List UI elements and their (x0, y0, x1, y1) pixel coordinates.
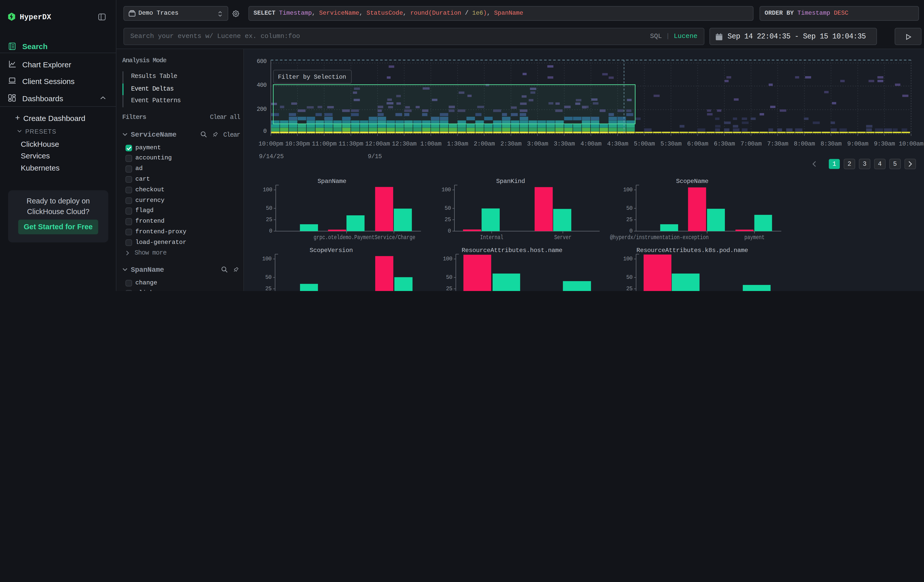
svg-text:8:30am: 8:30am (820, 140, 842, 147)
svg-text:50: 50 (266, 205, 272, 211)
svg-text:25: 25 (627, 217, 633, 223)
svg-text:7:30am: 7:30am (767, 140, 789, 147)
svg-text:50: 50 (445, 205, 451, 211)
svg-text:25: 25 (627, 286, 633, 291)
svg-text:5:30am: 5:30am (661, 140, 681, 147)
svg-text:25: 25 (266, 217, 272, 223)
svg-text:3:30am: 3:30am (554, 140, 575, 147)
svg-text:@hyperdx/instrumentation-excep: @hyperdx/instrumentation-exception (610, 234, 709, 241)
svg-text:50: 50 (266, 274, 272, 280)
svg-text:Filter by Selection: Filter by Selection (278, 73, 346, 80)
svg-text:9/14/25: 9/14/25 (259, 153, 284, 160)
svg-text:5: 5 (893, 160, 897, 168)
svg-text:10:30pm: 10:30pm (285, 140, 310, 147)
svg-text:100: 100 (624, 187, 633, 193)
svg-text:SpanName: SpanName (318, 178, 346, 185)
svg-text:0: 0 (448, 228, 451, 234)
svg-text:600: 600 (257, 58, 267, 64)
svg-text:1:30am: 1:30am (447, 140, 468, 147)
svg-text:7:00am: 7:00am (741, 140, 762, 147)
svg-text:grpc.oteldemo.PaymentService/C: grpc.oteldemo.PaymentService/Charge (314, 234, 416, 241)
svg-text:5:00am: 5:00am (634, 140, 655, 147)
svg-text:3:00am: 3:00am (527, 140, 548, 147)
svg-text:6:00am: 6:00am (687, 140, 708, 147)
svg-text:12:30am: 12:30am (392, 140, 417, 147)
svg-text:0: 0 (629, 228, 632, 234)
svg-text:100: 100 (443, 256, 452, 262)
svg-text:0: 0 (263, 128, 267, 134)
svg-text:8:00am: 8:00am (794, 140, 815, 147)
svg-text:50: 50 (627, 205, 633, 211)
svg-text:1:00am: 1:00am (421, 140, 442, 147)
svg-text:25: 25 (446, 286, 452, 291)
svg-text:0: 0 (269, 228, 272, 234)
svg-text:2:30am: 2:30am (500, 140, 521, 147)
svg-text:payment: payment (745, 234, 765, 241)
svg-text:25: 25 (445, 217, 451, 223)
svg-text:25: 25 (266, 286, 272, 291)
svg-text:ResourceAttributes.host.name: ResourceAttributes.host.name (462, 247, 563, 254)
svg-text:11:30pm: 11:30pm (339, 140, 363, 147)
svg-text:2: 2 (848, 160, 851, 168)
svg-text:SpanKind: SpanKind (497, 178, 525, 185)
svg-text:ScopeVersion: ScopeVersion (310, 247, 353, 254)
svg-text:400: 400 (257, 82, 267, 88)
svg-text:9/15: 9/15 (368, 153, 382, 160)
svg-text:4:00am: 4:00am (581, 140, 602, 147)
svg-text:1: 1 (832, 160, 836, 168)
svg-text:Internal: Internal (480, 234, 503, 241)
svg-text:4: 4 (878, 160, 882, 168)
svg-text:4:30am: 4:30am (607, 140, 628, 147)
svg-text:100: 100 (442, 187, 451, 193)
svg-text:100: 100 (262, 256, 272, 262)
svg-text:100: 100 (624, 256, 633, 262)
svg-text:3: 3 (863, 160, 866, 168)
svg-text:12:00am: 12:00am (365, 140, 390, 147)
svg-text:200: 200 (257, 106, 267, 112)
svg-text:10:00pm: 10:00pm (259, 140, 283, 147)
svg-text:ScopeName: ScopeName (676, 178, 709, 185)
svg-text:100: 100 (263, 187, 272, 193)
svg-text:50: 50 (446, 274, 452, 280)
svg-text:9:30am: 9:30am (874, 140, 895, 147)
svg-text:ResourceAttributes.k8s.pod.nam: ResourceAttributes.k8s.pod.name (637, 247, 748, 254)
svg-text:50: 50 (627, 274, 633, 280)
svg-text:10:00am: 10:00am (899, 140, 924, 147)
svg-text:2:00am: 2:00am (474, 140, 495, 147)
svg-text:6:30am: 6:30am (714, 140, 735, 147)
svg-text:Server: Server (554, 234, 572, 241)
svg-text:9:00am: 9:00am (847, 140, 868, 147)
svg-text:11:00pm: 11:00pm (312, 140, 337, 147)
